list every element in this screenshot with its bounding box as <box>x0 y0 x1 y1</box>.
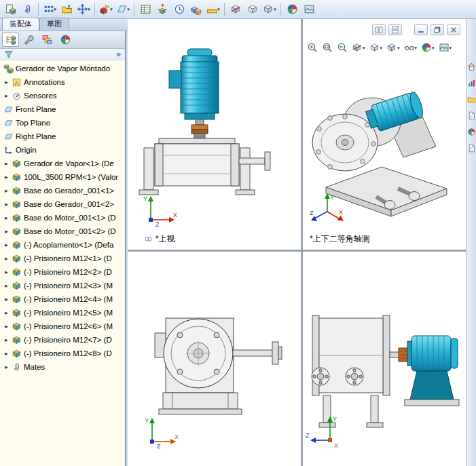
expand-arrow-icon[interactable]: ▸ <box>3 336 10 343</box>
displaymanager-tab[interactable] <box>57 33 74 47</box>
measure-button[interactable]: ▾ <box>205 1 221 18</box>
filter-funnel-icon[interactable] <box>4 50 14 59</box>
expand-arrow-icon[interactable]: ▸ <box>3 214 10 221</box>
tree-item[interactable]: ▸AAnnotations <box>0 75 125 89</box>
tree-item[interactable]: ▸(-) Acoplamento<1> (Defa <box>0 238 125 252</box>
expand-arrow-icon[interactable]: ▸ <box>3 364 10 370</box>
expand-arrow-icon[interactable]: ▸ <box>3 282 10 289</box>
taskpane-library-tab[interactable] <box>466 94 476 104</box>
section-view-button[interactable] <box>227 1 244 18</box>
zoom-area-button[interactable] <box>321 41 334 54</box>
expand-arrow-icon[interactable]: ▸ <box>3 160 10 167</box>
orientation-triad: Y X Z <box>141 193 179 228</box>
viewport-horizontal-splitter[interactable] <box>128 250 466 252</box>
expand-arrow-icon[interactable]: ▸ <box>3 296 10 303</box>
appearance-button[interactable]: ▾ <box>420 41 436 54</box>
view-cube-button[interactable] <box>244 1 261 18</box>
panel-tabs <box>0 31 125 49</box>
tree-item[interactable]: ▸Mates <box>0 360 125 374</box>
tab-assembly[interactable]: 装配体 <box>2 18 39 31</box>
expand-arrow-icon[interactable]: ▸ <box>3 269 10 275</box>
appearance-button[interactable] <box>284 1 300 18</box>
view-cube-button[interactable]: ▾ <box>368 41 384 54</box>
cmp-icon <box>12 240 22 250</box>
section-view-button[interactable]: ▾ <box>350 41 367 54</box>
taskpane-palette-tab[interactable] <box>466 110 476 121</box>
reference-geometry-button[interactable]: ▾ <box>115 1 131 18</box>
scene-button[interactable]: ▾ <box>437 41 454 54</box>
assembly-feature-button[interactable]: ▾ <box>98 1 114 18</box>
tree-item[interactable]: Front Plane <box>0 102 125 116</box>
move-component-button[interactable]: ▾ <box>75 1 92 18</box>
tree-item[interactable]: ▸(-) Prisioneiro M12<8> (D <box>0 347 125 360</box>
tree-item[interactable]: ▸(-) Prisioneiro M12<1> (D <box>0 252 125 265</box>
tree-item[interactable]: ▸(-) Prisioneiro M12<4> (M <box>0 292 125 306</box>
cmp-icon <box>12 199 22 210</box>
bom-button[interactable] <box>137 1 153 18</box>
viewport-bottom-right[interactable]: Y Z X <box>303 252 466 466</box>
panel-chevron[interactable]: » <box>116 50 121 59</box>
insert-component-button[interactable] <box>2 1 18 18</box>
glasses-button[interactable]: ▾ <box>403 41 419 54</box>
expand-arrow-icon[interactable]: ▸ <box>3 255 10 262</box>
tree-item[interactable]: ▸(-) Prisioneiro M12<5> (M <box>0 306 125 319</box>
display-cube-button[interactable]: ▾ <box>385 41 401 54</box>
tree-item[interactable]: ▸(-) Prisioneiro M12<7> (D <box>0 333 125 347</box>
tree-item[interactable]: ▸Base do Gerador_001<2> <box>0 197 125 211</box>
close-button[interactable] <box>447 24 460 35</box>
smart-fasteners-button[interactable] <box>58 1 75 18</box>
tree-item[interactable]: Right Plane <box>0 130 125 143</box>
expand-arrow-icon[interactable]: ▸ <box>3 92 10 99</box>
previous-window-button[interactable] <box>372 24 386 35</box>
tree-item[interactable]: ▸Base do Motor_001<1> (D <box>0 211 125 225</box>
expand-arrow-icon[interactable]: ▸ <box>3 241 10 248</box>
viewport-top-left[interactable]: Y X Z *上视 <box>128 19 301 250</box>
zoom-fit-button[interactable] <box>306 41 319 54</box>
tree-item[interactable]: ▸100L_3500 RPM<1> (Valor <box>0 170 125 184</box>
tree-item[interactable]: Top Plane <box>0 116 125 130</box>
tab-sketch[interactable]: 草图 <box>39 18 69 31</box>
tree-item[interactable]: ▸(-) Prisioneiro M12<6> (M <box>0 319 125 333</box>
mate-button[interactable] <box>19 1 35 18</box>
taskpane-home-tab[interactable] <box>466 61 476 72</box>
expand-arrow-icon[interactable]: ▸ <box>3 201 10 208</box>
exploded-view-button[interactable] <box>154 1 170 18</box>
zoom-prev-button[interactable] <box>335 41 349 54</box>
propertymanager-tab[interactable] <box>20 33 37 47</box>
interference-button[interactable] <box>188 1 204 18</box>
viewport-bottom-left[interactable]: Y X Z <box>128 252 301 466</box>
scene-button[interactable] <box>301 1 317 18</box>
tree-item[interactable]: ▸(-) Prisioneiro M12<3> (M <box>0 279 125 292</box>
tree-root[interactable]: Gerador de Vapor Montado <box>0 62 125 75</box>
tree-item[interactable]: ▸Base do Motor_001<2> (D <box>0 225 125 238</box>
minimize-button[interactable] <box>414 24 428 35</box>
featuremanager-tab[interactable] <box>2 33 19 47</box>
expand-arrow-icon[interactable]: ▸ <box>3 187 10 194</box>
next-window-button[interactable] <box>388 24 402 35</box>
tree-item[interactable]: ▸Base do Gerador_001<1> <box>0 184 125 197</box>
tree-item[interactable]: Origin <box>0 143 125 157</box>
motion-study-button[interactable] <box>171 1 187 18</box>
taskpane-resources-tab[interactable] <box>466 77 476 88</box>
taskpane-appearances-tab[interactable] <box>466 126 476 137</box>
expand-arrow-icon[interactable]: ▸ <box>3 79 10 85</box>
window-controls <box>372 24 460 35</box>
cmp-icon <box>12 335 22 345</box>
expand-arrow-icon[interactable]: ▸ <box>3 174 10 180</box>
expand-arrow-icon[interactable]: ▸ <box>3 323 10 330</box>
tree-item[interactable]: ▸(-) Prisioneiro M12<2> (D <box>0 265 125 279</box>
panel-options-row: » <box>0 49 125 60</box>
viewport-vertical-splitter[interactable] <box>301 19 303 466</box>
graphics-area[interactable]: Y X Z *上视 <box>128 19 466 466</box>
taskpane-properties-tab[interactable] <box>466 142 476 153</box>
display-cube-button[interactable]: ▾ <box>261 1 278 18</box>
configurationmanager-tab[interactable] <box>39 33 56 47</box>
linear-pattern-button[interactable]: ▾ <box>41 1 58 18</box>
restore-button[interactable] <box>431 24 444 35</box>
expand-arrow-icon[interactable]: ▸ <box>3 309 10 316</box>
tree-item[interactable]: ▸Gerador de Vapor<1> (De <box>0 157 125 170</box>
tree-item-label: Origin <box>16 146 37 154</box>
expand-arrow-icon[interactable]: ▸ <box>3 228 10 235</box>
tree-item[interactable]: ▸Sensores <box>0 89 125 102</box>
expand-arrow-icon[interactable]: ▸ <box>3 350 10 357</box>
